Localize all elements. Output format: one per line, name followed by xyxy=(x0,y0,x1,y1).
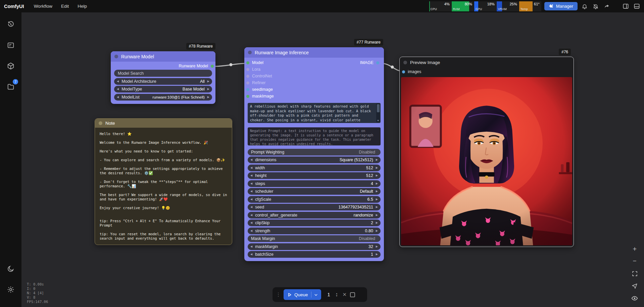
widget-batchsize[interactable]: ◀ batchSize 1 ▶ xyxy=(248,251,381,258)
widget-scheduler[interactable]: ◀ scheduler Default ▶ xyxy=(248,188,381,195)
collapse-dot-icon[interactable] xyxy=(403,61,407,64)
negative-prompt-textarea[interactable]: Negative Prompt: a text instruction to g… xyxy=(248,127,381,145)
widget-dimensions[interactable]: ◀ dimensions Square (512x512) ▶ xyxy=(248,157,381,163)
select-mode-icon[interactable] xyxy=(631,282,639,290)
drag-handle-icon[interactable]: ⋮ xyxy=(276,292,280,298)
fit-view-icon[interactable] xyxy=(631,269,639,278)
bell-muted-icon[interactable] xyxy=(592,2,600,10)
widget-cfgscale[interactable]: ◀ cfgScale 6.5 ▶ xyxy=(248,196,381,203)
increment-arrow-icon[interactable]: ▶ xyxy=(376,222,378,224)
widget-clipskip[interactable]: ◀ clipSkip 2 ▶ xyxy=(248,220,381,226)
decrement-arrow-icon[interactable]: ◀ xyxy=(250,198,252,201)
decrement-arrow-icon[interactable]: ◀ xyxy=(250,174,252,177)
input-slot-seedimage[interactable] xyxy=(246,88,249,91)
input-slot-controlnet[interactable] xyxy=(246,75,249,78)
output-slot-runware-model[interactable] xyxy=(211,65,214,68)
menu-workflow[interactable]: Workflow xyxy=(30,0,57,12)
batch-count-input[interactable]: 1 ▲ ▼ xyxy=(325,289,339,300)
manager-button[interactable]: Manager xyxy=(544,2,578,10)
output-slot-image[interactable] xyxy=(376,61,379,64)
increment-arrow-icon[interactable]: ▶ xyxy=(207,88,209,90)
panel-bottom-toggle-icon[interactable] xyxy=(633,2,641,10)
decrement-arrow-icon[interactable]: ◀ xyxy=(250,159,252,161)
widget-mask-margin[interactable]: Mask Margin Disabled xyxy=(248,235,381,242)
node-runware-model[interactable]: #78 Runware Runware Model Runware Model … xyxy=(111,51,215,104)
decrement-arrow-icon[interactable]: ◀ xyxy=(250,230,252,232)
increment-arrow-icon[interactable]: ▶ xyxy=(376,159,378,161)
increment-arrow-icon[interactable]: ▶ xyxy=(207,80,209,83)
increment-arrow-icon[interactable]: ▶ xyxy=(376,230,378,232)
workflows-folder-icon[interactable]: 7 xyxy=(4,80,17,94)
zoom-out-icon[interactable]: − xyxy=(631,257,639,265)
input-slot-model[interactable] xyxy=(246,61,249,64)
node-note[interactable]: Note Hello there! ⭐ Welcome to the Runwa… xyxy=(95,118,232,245)
collapse-dot-icon[interactable] xyxy=(99,121,102,125)
queue-button[interactable]: Queue xyxy=(284,289,321,300)
decrement-arrow-icon[interactable]: ◀ xyxy=(250,214,252,217)
settings-gear-icon[interactable] xyxy=(4,283,17,296)
node-title-bar[interactable]: Runware Model xyxy=(111,51,215,62)
scrollbar[interactable]: ▼ xyxy=(376,104,380,122)
widget-maskmargin[interactable]: ◀ maskMargin 32 ▶ xyxy=(248,243,381,250)
queue-panel-icon[interactable] xyxy=(4,39,17,52)
widget-steps[interactable]: ◀ steps 4 ▶ xyxy=(248,180,381,187)
widget-model-architecture[interactable]: ◀ Model Architecture All ▶ xyxy=(114,78,212,85)
panel-right-toggle-icon[interactable] xyxy=(622,2,630,10)
decrement-arrow-icon[interactable]: ◀ xyxy=(117,96,119,99)
increment-arrow-icon[interactable]: ▶ xyxy=(376,198,378,201)
widget-strength[interactable]: ◀ strength 0.80 ▶ xyxy=(248,228,381,234)
increment-arrow-icon[interactable]: ▶ xyxy=(376,174,378,177)
share-icon[interactable] xyxy=(603,2,611,10)
input-slot-images[interactable] xyxy=(402,70,405,73)
decrement-arrow-icon[interactable]: ◀ xyxy=(250,253,252,256)
decrement-arrow-icon[interactable]: ◀ xyxy=(250,167,252,169)
theme-toggle-icon[interactable] xyxy=(4,262,17,275)
widget-prompt-weighting[interactable]: Prompt Weighting Disabled xyxy=(248,149,381,156)
collapse-dot-icon[interactable] xyxy=(114,55,118,58)
widget-seed[interactable]: ◀ seed 136477923435211 ▶ xyxy=(248,204,381,210)
decrement-arrow-icon[interactable]: ◀ xyxy=(250,206,252,208)
decrement-arrow-icon[interactable]: ◀ xyxy=(250,190,252,193)
widget-width[interactable]: ◀ width 512 ▶ xyxy=(248,165,381,171)
queue-options-chevron-icon[interactable] xyxy=(312,291,320,298)
model-search-input[interactable]: Model Search xyxy=(114,70,212,77)
notification-bell-icon[interactable] xyxy=(581,2,589,10)
node-runware-image-inference[interactable]: #77 Runware Runware Image Inference Mode… xyxy=(244,47,384,261)
cancel-run-icon[interactable]: ✕ xyxy=(343,292,347,298)
decrement-arrow-icon[interactable]: ◀ xyxy=(117,80,119,83)
scrollbar-thumb[interactable] xyxy=(377,104,380,112)
collapse-dot-icon[interactable] xyxy=(248,51,252,54)
menu-help[interactable]: Help xyxy=(73,0,91,12)
node-title-bar[interactable]: Preview Image xyxy=(400,57,574,68)
decrement-arrow-icon[interactable]: ◀ xyxy=(117,88,119,90)
batch-increment-icon[interactable]: ▲ xyxy=(336,292,338,295)
decrement-arrow-icon[interactable]: ◀ xyxy=(250,222,252,224)
node-title-bar[interactable]: Runware Image Inference xyxy=(244,47,384,58)
input-slot-lora[interactable] xyxy=(246,68,249,71)
widget-height[interactable]: ◀ height 512 ▶ xyxy=(248,172,381,179)
widget-modeltype[interactable]: ◀ ModelType Base Model ▶ xyxy=(114,86,212,93)
scroll-down-icon[interactable]: ▼ xyxy=(376,119,380,122)
increment-arrow-icon[interactable]: ▶ xyxy=(376,245,378,248)
increment-arrow-icon[interactable]: ▶ xyxy=(376,214,378,217)
decrement-arrow-icon[interactable]: ◀ xyxy=(250,182,252,185)
zoom-in-icon[interactable]: ＋ xyxy=(631,245,639,253)
increment-arrow-icon[interactable]: ▶ xyxy=(376,182,378,185)
decrement-arrow-icon[interactable]: ◀ xyxy=(250,245,252,248)
menu-edit[interactable]: Edit xyxy=(57,0,73,12)
widget-modellist[interactable]: ◀ ModelList runware:100@1 (Flux Schnell)… xyxy=(114,94,212,101)
input-slot-refiner[interactable] xyxy=(246,81,249,84)
note-text[interactable]: Hello there! ⭐ Welcome to the Runware Im… xyxy=(95,128,232,245)
increment-arrow-icon[interactable]: ▶ xyxy=(376,206,378,208)
increment-arrow-icon[interactable]: ▶ xyxy=(376,167,378,169)
input-slot-maskimage[interactable] xyxy=(246,95,249,98)
model-library-icon[interactable] xyxy=(4,59,17,73)
batch-decrement-icon[interactable]: ▼ xyxy=(336,295,338,297)
node-title-bar[interactable]: Note xyxy=(95,119,232,128)
increment-arrow-icon[interactable]: ▶ xyxy=(207,96,209,99)
toggle-visibility-eye-icon[interactable] xyxy=(631,294,639,302)
increment-arrow-icon[interactable]: ▶ xyxy=(376,253,378,256)
history-icon[interactable] xyxy=(4,18,17,31)
increment-arrow-icon[interactable]: ▶ xyxy=(376,190,378,193)
node-preview-image[interactable]: #76 Preview Image images xyxy=(399,57,574,247)
